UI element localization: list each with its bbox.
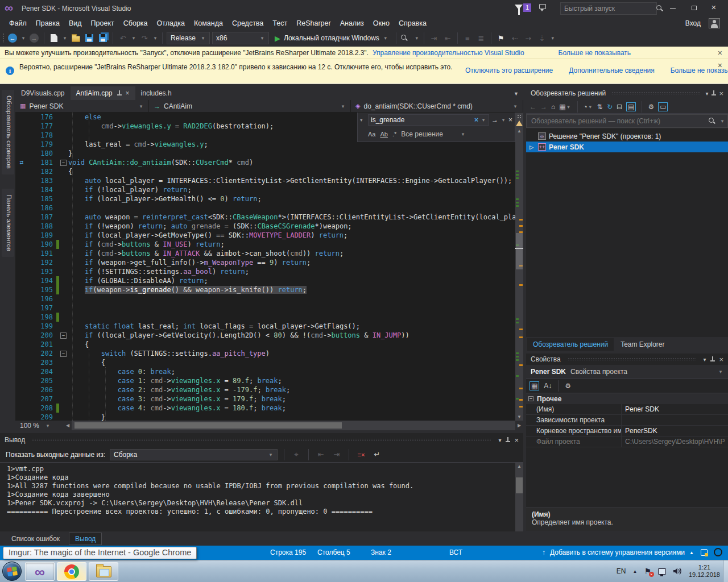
close-notification-icon[interactable]: × bbox=[718, 61, 722, 70]
find-collapse-icon[interactable]: ▾ bbox=[360, 117, 366, 123]
properties-title-bar[interactable]: Свойства ▾ × bbox=[526, 351, 728, 365]
code-line[interactable]: 182{ bbox=[15, 167, 515, 176]
next-bookmark-icon[interactable]: ⇢ bbox=[523, 32, 534, 44]
taskbar-clock[interactable]: 1:2119.12.2018 bbox=[689, 564, 720, 579]
show-hidden-icons-icon[interactable]: ▲ bbox=[632, 569, 637, 574]
output-source-select[interactable]: Сборка▾ bbox=[110, 449, 278, 460]
refresh-icon[interactable]: ↻ bbox=[607, 103, 613, 111]
taskbar-chrome-button[interactable] bbox=[57, 562, 86, 581]
find-input[interactable] bbox=[371, 116, 472, 124]
properties-wrench-icon[interactable]: ⚙ bbox=[648, 103, 654, 111]
notification-badge[interactable]: 1 bbox=[523, 3, 531, 12]
sidebar-tab-server-explorer[interactable]: Обозреватель серверов bbox=[2, 90, 14, 174]
platform-select[interactable]: x86▾ bbox=[212, 32, 269, 44]
fold-icon[interactable] bbox=[59, 158, 68, 167]
collapse-all-icon[interactable]: ⊟ bbox=[617, 103, 622, 111]
menu-Анализ[interactable]: Анализ bbox=[336, 18, 369, 29]
close-button[interactable]: × bbox=[704, 0, 723, 15]
window-position-icon[interactable]: ▾ bbox=[705, 90, 708, 97]
prev-bookmark-icon[interactable]: ⇠ bbox=[509, 32, 520, 44]
warning-icon[interactable] bbox=[516, 120, 523, 126]
tab-solution-explorer[interactable]: Обозреватель решений bbox=[527, 338, 614, 351]
code-line[interactable]: 209 } bbox=[15, 413, 515, 421]
bookmark-dropdown-icon[interactable]: ▾ bbox=[550, 35, 556, 41]
pending-changes-filter-icon[interactable]: ◔▾ bbox=[584, 103, 593, 111]
code-line[interactable]: 184 if (!local_player) return; bbox=[15, 185, 515, 194]
decrease-indent-icon[interactable]: ≡ bbox=[462, 32, 473, 44]
find-next-icon[interactable]: → bbox=[491, 116, 498, 124]
feedback-icon[interactable] bbox=[539, 4, 546, 9]
code-line[interactable]: 193 if (!SETTINGS::settings.aa_bool) ret… bbox=[15, 267, 515, 276]
property-pages-icon[interactable]: ⚙ bbox=[565, 382, 571, 390]
find-dropdown-icon[interactable]: ▾ bbox=[414, 35, 420, 41]
code-line[interactable]: 183 auto local_player = INTERFACES::Clie… bbox=[15, 176, 515, 185]
menu-Команда[interactable]: Команда bbox=[189, 18, 228, 29]
scroll-left-icon[interactable]: ◀ bbox=[64, 423, 72, 428]
property-value[interactable]: PenerSDK bbox=[622, 426, 728, 436]
preview-selected-icon[interactable]: ▭ bbox=[658, 102, 668, 111]
pin-icon[interactable] bbox=[117, 90, 121, 96]
minimize-button[interactable] bbox=[663, 0, 682, 15]
find-scope-select[interactable]: Все решение▾ bbox=[401, 130, 504, 138]
alphabetical-icon[interactable]: A↓ bbox=[544, 382, 552, 390]
undo-dropdown-icon[interactable]: ▾ bbox=[131, 35, 136, 41]
redo-dropdown-icon[interactable]: ▾ bbox=[152, 35, 158, 41]
splitter-grip[interactable] bbox=[517, 114, 522, 119]
property-category[interactable]: − Прочее bbox=[526, 393, 728, 404]
show-desktop-button[interactable] bbox=[723, 560, 728, 582]
window-position-icon[interactable]: ▾ bbox=[703, 356, 706, 363]
tab-includes.h[interactable]: includes.h bbox=[135, 86, 177, 100]
document-list-icon[interactable]: ▼ bbox=[514, 91, 519, 97]
code-line[interactable]: 204 case 0: break; bbox=[15, 367, 515, 376]
action-center-flag-icon[interactable]: ⚑ bbox=[644, 567, 651, 576]
perf-management-link[interactable]: Управление производительностью Visual St… bbox=[373, 49, 524, 57]
code-line[interactable]: 196 bbox=[15, 294, 515, 304]
code-line[interactable]: 191 if (cmd->buttons & IN_ATTACK && aimb… bbox=[15, 249, 515, 258]
solution-search-input[interactable] bbox=[527, 117, 708, 125]
tab-D9Visuals.cpp[interactable]: D9Visuals.cpp bbox=[15, 86, 71, 100]
scroll-up-icon[interactable]: ▲ bbox=[515, 464, 523, 469]
find-options-icon[interactable]: ▾ bbox=[500, 117, 506, 123]
code-line[interactable]: 189 if (local_player->GetMoveType() == S… bbox=[15, 231, 515, 240]
sync-with-active-document-icon[interactable]: ⇅ bbox=[597, 103, 603, 111]
add-to-source-control-button[interactable]: ↑ Добавить в систему управления версиями… bbox=[542, 548, 694, 556]
code-line[interactable]: 206 case 2: cmd->viewangles.x = -179.f; … bbox=[15, 385, 515, 394]
zoom-select[interactable]: 100 %▾ bbox=[15, 422, 64, 430]
uncomment-icon[interactable]: ⇤ bbox=[442, 32, 453, 44]
code-line[interactable]: 198 bbox=[15, 313, 515, 322]
regex-toggle[interactable]: .* bbox=[392, 131, 396, 138]
code-line[interactable]: 201 { bbox=[15, 340, 515, 349]
editor-vertical-scrollbar[interactable]: ▲ ▼ bbox=[515, 113, 523, 421]
code-line[interactable]: 192 if (weapon->get_full_info()->m_Weapo… bbox=[15, 258, 515, 267]
switch-views-icon[interactable]: ▦▾ bbox=[559, 103, 571, 111]
output-text[interactable]: 1>vmt.cpp1>Создание кода1>All 3287 funct… bbox=[0, 463, 514, 529]
code-line[interactable]: 186 bbox=[15, 203, 515, 213]
network-icon[interactable] bbox=[658, 568, 666, 575]
sign-in-button[interactable]: Вход bbox=[685, 19, 701, 27]
notifications-flag-icon[interactable] bbox=[515, 5, 523, 10]
pin-icon[interactable] bbox=[506, 437, 510, 443]
property-value[interactable] bbox=[622, 415, 728, 425]
property-value[interactable]: C:\Users\Sergey\Desktop\HVH\P bbox=[622, 436, 728, 447]
whole-word-toggle[interactable]: Ab bbox=[380, 131, 387, 138]
quick-launch-input[interactable] bbox=[561, 5, 656, 13]
close-notification-icon[interactable]: × bbox=[718, 48, 722, 57]
code-line[interactable]: 208 case 4: cmd->viewangles.x = 180.f; b… bbox=[15, 404, 515, 413]
code-line[interactable]: 180} bbox=[15, 149, 515, 158]
speaker-icon[interactable] bbox=[673, 567, 682, 575]
back-dropdown-icon[interactable]: ▾ bbox=[20, 35, 26, 41]
collapse-category-icon[interactable]: − bbox=[528, 396, 533, 401]
search-icon[interactable] bbox=[708, 117, 716, 125]
bookmark-icon[interactable]: ⚑ bbox=[495, 32, 507, 44]
search-options-icon[interactable]: ▾ bbox=[719, 118, 725, 124]
restore-button[interactable] bbox=[684, 0, 704, 15]
code-line[interactable]: 188 if (!weapon) return; auto grenade = … bbox=[15, 222, 515, 231]
find-in-files-icon[interactable] bbox=[400, 32, 412, 44]
increase-indent-icon[interactable]: ≣ bbox=[475, 32, 487, 44]
code-line[interactable]: 185 if (local_player->GetHealth() <= 0) … bbox=[15, 194, 515, 203]
navigate-forward-icon[interactable]: → bbox=[28, 32, 40, 44]
scroll-thumb[interactable] bbox=[516, 233, 523, 269]
menu-Проект[interactable]: Проект bbox=[86, 18, 119, 29]
taskbar-visual-studio-button[interactable]: ∞ bbox=[25, 562, 55, 581]
menu-Тест[interactable]: Тест bbox=[268, 18, 292, 29]
